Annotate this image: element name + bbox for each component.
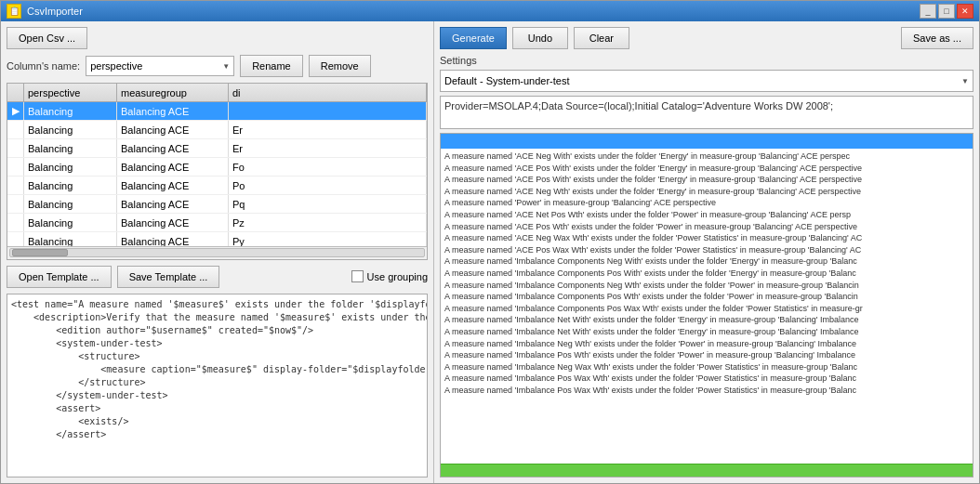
row-indicator bbox=[7, 139, 24, 157]
table-body[interactable]: ▶ Balancing Balancing ACE Balancing Bala… bbox=[7, 102, 427, 246]
dropdown-arrow-icon: ▼ bbox=[222, 62, 230, 71]
output-line: A measure named 'ACE Neg Wax Wth' exists… bbox=[444, 232, 969, 244]
row-indicator bbox=[7, 158, 24, 176]
top-controls: Open Csv ... bbox=[7, 27, 428, 49]
remove-button[interactable]: Remove bbox=[309, 55, 371, 77]
cell-di: Py bbox=[229, 232, 427, 246]
column-name-label: Column's name: bbox=[7, 60, 80, 72]
output-line: A measure named 'Imbalance Components Po… bbox=[444, 291, 969, 303]
table-row[interactable]: Balancing Balancing ACE Fo bbox=[7, 158, 427, 177]
cell-measuregroup: Balancing ACE bbox=[117, 195, 229, 213]
app-icon-symbol: 📋 bbox=[9, 7, 20, 16]
cell-di bbox=[229, 102, 427, 120]
connection-string: Provider=MSOLAP.4;Data Source=(local);In… bbox=[440, 96, 973, 129]
cell-di: Er bbox=[229, 139, 427, 157]
titlebar-left: 📋 CsvImporter bbox=[7, 4, 83, 19]
use-grouping-row: Use grouping bbox=[351, 270, 428, 282]
cell-measuregroup: Balancing ACE bbox=[117, 139, 229, 157]
table-row[interactable]: Balancing Balancing ACE Pq bbox=[7, 195, 427, 214]
output-line: A measure named 'Imbalance Components Ne… bbox=[444, 280, 969, 292]
settings-dropdown[interactable]: Default - System-under-test ▼ bbox=[440, 70, 973, 92]
table-row[interactable]: ▶ Balancing Balancing ACE bbox=[7, 102, 427, 121]
cell-perspective: Balancing bbox=[24, 102, 117, 120]
row-indicator: ▶ bbox=[7, 102, 24, 120]
horizontal-scrollbar[interactable] bbox=[7, 246, 427, 259]
table-row[interactable]: Balancing Balancing ACE Er bbox=[7, 139, 427, 158]
undo-button[interactable]: Undo bbox=[512, 27, 568, 49]
output-line: A measure named 'ACE Neg Wth' exists und… bbox=[444, 186, 969, 198]
table-row[interactable]: Balancing Balancing ACE Py bbox=[7, 232, 427, 246]
cell-perspective: Balancing bbox=[24, 232, 117, 246]
bottom-buttons: Open Template ... Save Template ... Use … bbox=[7, 266, 428, 288]
use-grouping-label: Use grouping bbox=[367, 271, 428, 282]
scrollbar-track bbox=[9, 248, 425, 257]
titlebar-controls: _ □ ✕ bbox=[920, 4, 973, 19]
column-name-dropdown[interactable]: perspective ▼ bbox=[86, 56, 234, 76]
output-line: A measure named 'Imbalance Components Po… bbox=[444, 303, 969, 315]
scrollbar-thumb[interactable] bbox=[12, 249, 68, 256]
output-line: A measure named 'ACE Net Pos Wth' exists… bbox=[444, 209, 969, 221]
output-line: A measure named 'Imbalance Pos Wax Wth' … bbox=[444, 385, 969, 397]
table-row[interactable]: Balancing Balancing ACE Pz bbox=[7, 214, 427, 232]
cell-perspective: Balancing bbox=[24, 121, 117, 138]
cell-di: Fo bbox=[229, 158, 427, 176]
open-template-button[interactable]: Open Template ... bbox=[7, 266, 112, 288]
row-indicator bbox=[7, 232, 24, 246]
rename-button[interactable]: Rename bbox=[240, 55, 303, 77]
close-button[interactable]: ✕ bbox=[957, 4, 973, 19]
right-toolbar: Generate Undo Clear Save as ... bbox=[440, 27, 973, 49]
row-indicator bbox=[7, 121, 24, 138]
cell-measuregroup: Balancing ACE bbox=[117, 232, 229, 246]
main-window: 📋 CsvImporter _ □ ✕ Open Csv ... Column'… bbox=[0, 0, 980, 484]
titlebar: 📋 CsvImporter _ □ ✕ bbox=[1, 1, 979, 21]
output-header bbox=[441, 134, 973, 149]
right-panel: Generate Undo Clear Save as ... Settings… bbox=[434, 21, 979, 483]
maximize-button[interactable]: □ bbox=[938, 4, 955, 19]
output-area: A measure named 'ACE Neg With' exists un… bbox=[440, 133, 973, 477]
minimize-button[interactable]: _ bbox=[920, 4, 936, 19]
app-icon: 📋 bbox=[7, 4, 21, 19]
cell-di: Pq bbox=[229, 195, 427, 213]
output-line: A measure named 'Imbalance Pos Wax Wth' … bbox=[444, 373, 969, 385]
clear-button[interactable]: Clear bbox=[574, 27, 629, 49]
output-body[interactable]: A measure named 'ACE Neg With' exists un… bbox=[441, 149, 973, 464]
table-row[interactable]: Balancing Balancing ACE Er bbox=[7, 121, 427, 139]
output-line: A measure named 'ACE Pos Wax Wth' exists… bbox=[444, 244, 969, 256]
row-indicator bbox=[7, 195, 24, 213]
cell-measuregroup: Balancing ACE bbox=[117, 158, 229, 176]
cell-measuregroup: Balancing ACE bbox=[117, 177, 229, 194]
data-table: perspective measuregroup di ▶ Balancing … bbox=[7, 83, 428, 260]
generate-button[interactable]: Generate bbox=[440, 27, 507, 49]
header-measuregroup: measuregroup bbox=[117, 84, 229, 101]
output-line: A measure named 'ACE Pos With' exists un… bbox=[444, 174, 969, 186]
row-indicator bbox=[7, 177, 24, 194]
cell-measuregroup: Balancing ACE bbox=[117, 121, 229, 138]
output-line: A measure named 'Imbalance Components Ne… bbox=[444, 255, 969, 268]
save-template-button[interactable]: Save Template ... bbox=[117, 266, 220, 288]
main-content: Open Csv ... Column's name: perspective … bbox=[1, 21, 979, 483]
output-line: A measure named 'Imbalance Neg Wth' exis… bbox=[444, 338, 969, 350]
output-line: A measure named 'Imbalance Pos Wth' exis… bbox=[444, 349, 969, 361]
cell-di: Pz bbox=[229, 214, 427, 231]
output-line: A measure named 'Imbalance Components Po… bbox=[444, 268, 969, 280]
output-line: A measure named 'Imbalance Net With' exi… bbox=[444, 314, 969, 326]
cell-perspective: Balancing bbox=[24, 158, 117, 176]
use-grouping-checkbox[interactable] bbox=[351, 270, 364, 282]
output-line: A measure named 'Imbalance Net With' exi… bbox=[444, 326, 969, 338]
template-editor[interactable]: <test name="A measure named '$measure$' … bbox=[7, 294, 428, 478]
table-header: perspective measuregroup di bbox=[7, 84, 427, 102]
connection-label: Default - System-under-test bbox=[444, 75, 570, 86]
cell-perspective: Balancing bbox=[24, 177, 117, 194]
output-line: A measure named 'ACE Pos Wth' exists und… bbox=[444, 221, 969, 233]
table-row[interactable]: Balancing Balancing ACE Po bbox=[7, 177, 427, 195]
save-as-button[interactable]: Save as ... bbox=[901, 27, 973, 49]
output-line: A measure named 'Imbalance Neg Wax Wth' … bbox=[444, 361, 969, 373]
cell-perspective: Balancing bbox=[24, 139, 117, 157]
cell-di: Er bbox=[229, 121, 427, 138]
left-panel: Open Csv ... Column's name: perspective … bbox=[1, 21, 434, 483]
header-perspective: perspective bbox=[24, 84, 117, 101]
column-name-row: Column's name: perspective ▼ Rename Remo… bbox=[7, 55, 428, 77]
output-footer bbox=[441, 464, 973, 477]
cell-perspective: Balancing bbox=[24, 195, 117, 213]
open-csv-button[interactable]: Open Csv ... bbox=[7, 27, 87, 49]
